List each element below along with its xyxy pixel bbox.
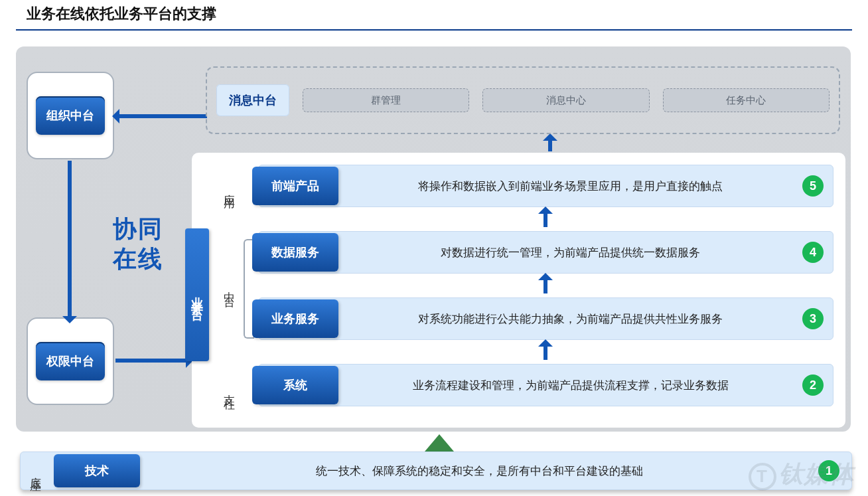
layer-desc: 将操作和数据嵌入到前端业务场景里应用，是用户直接的触点 bbox=[338, 179, 802, 194]
layers-stage: 业务平台 应用 中台 支柱 前端产品 将操作和数据嵌入到前端业务场景里应用，是用… bbox=[192, 153, 845, 428]
layer-badge: 2 bbox=[802, 374, 824, 396]
org-center-box: 组织中台 bbox=[27, 72, 114, 159]
message-center-bar: 消息中台 群管理 消息中心 任务中心 bbox=[206, 66, 840, 134]
layer-label: 系统 bbox=[252, 366, 338, 404]
layer-badge: 5 bbox=[802, 175, 824, 197]
section-base: 底座 bbox=[25, 468, 47, 473]
section-app: 应用 bbox=[221, 166, 238, 212]
arrow-up-icon bbox=[543, 341, 547, 360]
biz-platform-tab: 业务平台 bbox=[185, 228, 209, 361]
msg-item-center: 消息中心 bbox=[482, 88, 649, 112]
diagram-canvas: 组织中台 权限中台 协同在线 消息中台 群管理 消息中心 任务中心 业务平台 应… bbox=[16, 46, 851, 432]
msg-item-task: 任务中心 bbox=[663, 88, 830, 112]
layer-badge: 4 bbox=[802, 242, 824, 263]
org-center-label: 组织中台 bbox=[36, 96, 105, 135]
arrow-right-icon bbox=[115, 359, 190, 363]
layer-label: 数据服务 bbox=[252, 233, 338, 272]
layer-label: 业务服务 bbox=[252, 299, 338, 338]
base-desc: 统一技术、保障系统的稳定和安全，是所有中台和平台建设的基础 bbox=[140, 463, 818, 479]
section-support: 支柱 bbox=[221, 367, 238, 413]
message-center-label: 消息中台 bbox=[216, 84, 289, 116]
layer-label: 前端产品 bbox=[252, 167, 338, 205]
arrow-up-large-icon bbox=[425, 434, 454, 452]
auth-center-label: 权限中台 bbox=[36, 342, 105, 380]
arrow-up-icon bbox=[548, 135, 552, 151]
arrow-down-icon bbox=[68, 161, 72, 320]
layer-desc: 业务流程建设和管理，为前端产品提供流程支撑，记录业务数据 bbox=[338, 378, 802, 393]
section-mid: 中台 bbox=[221, 240, 238, 333]
layer-desc: 对系统功能进行公共能力抽象，为前端产品提供共性业务服务 bbox=[338, 311, 802, 327]
arrow-left-icon bbox=[115, 114, 207, 118]
arrow-up-icon bbox=[543, 275, 547, 293]
title-underline bbox=[16, 29, 852, 31]
arrow-up-icon bbox=[543, 208, 547, 227]
layer-badge: 3 bbox=[802, 308, 824, 329]
layer-system: 系统 业务流程建设和管理，为前端产品提供流程支撑，记录业务数据 2 bbox=[258, 364, 833, 406]
msg-item-group: 群管理 bbox=[303, 88, 469, 112]
base-layer: 底座 技术 统一技术、保障系统的稳定和安全，是所有中台和平台建设的基础 1 bbox=[20, 452, 852, 490]
layer-desc: 对数据进行统一管理，为前端产品提供统一数据服务 bbox=[338, 245, 802, 260]
collab-online-label: 协同在线 bbox=[113, 214, 166, 274]
page-title: 业务在线依托业务平台的支撑 bbox=[27, 4, 216, 24]
base-badge: 1 bbox=[818, 460, 839, 481]
base-label: 技术 bbox=[54, 454, 140, 487]
